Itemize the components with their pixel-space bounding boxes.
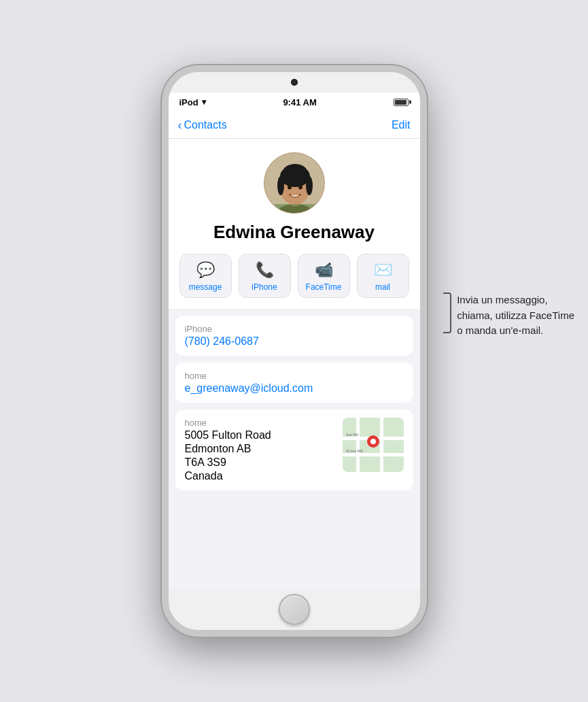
message-button[interactable]: 💬 message [179, 254, 232, 298]
svg-point-9 [298, 185, 302, 190]
status-left: iPod ▾ [179, 97, 206, 107]
device-top [169, 72, 420, 93]
address-line4: Canada [185, 470, 336, 482]
svg-text:03 Ave NW: 03 Ave NW [346, 449, 363, 453]
svg-rect-10 [264, 204, 325, 214]
phone-section[interactable]: iPhone (780) 246-0687 [175, 316, 413, 356]
device-bottom [169, 589, 420, 630]
svg-point-28 [370, 439, 376, 444]
battery-icon [394, 99, 409, 106]
facetime-icon: 📹 [315, 261, 333, 279]
mail-label: mail [375, 282, 390, 292]
camera [291, 79, 298, 86]
wifi-icon: ▾ [202, 97, 206, 107]
svg-point-6 [277, 176, 284, 195]
mail-icon: ✉️ [374, 261, 392, 279]
svg-point-8 [288, 185, 292, 190]
content-area: Edwina Greenaway 💬 message 📞 iPhone 📹 [169, 139, 420, 589]
phone-value[interactable]: (780) 246-0687 [185, 335, 404, 348]
contact-name: Edwina Greenaway [213, 222, 375, 243]
annotation-text: Invia un messaggio,chiama, utilizza Face… [457, 292, 574, 339]
action-row: 💬 message 📞 iPhone 📹 FaceTime ✉️ [179, 254, 409, 298]
carrier-label: iPod [179, 97, 198, 107]
iphone-button[interactable]: 📞 iPhone [239, 254, 291, 298]
status-time: 9:41 AM [283, 97, 316, 107]
svg-rect-13 [343, 453, 404, 456]
home-button[interactable] [279, 594, 310, 625]
address-section[interactable]: home 5005 Fulton Road Edmonton AB T6A 3S… [175, 410, 413, 490]
phone-label: iPhone [185, 324, 404, 334]
annotation-bracket [443, 292, 451, 333]
svg-text:Ave NW: Ave NW [346, 433, 359, 437]
message-label: message [189, 282, 222, 292]
back-chevron-icon: ‹ [178, 119, 182, 131]
svg-rect-24 [383, 456, 404, 472]
address-line1: 5005 Fulton Road [185, 429, 336, 441]
address-text: home 5005 Fulton Road Edmonton AB T6A 3S… [185, 418, 336, 482]
svg-rect-18 [383, 418, 404, 437]
device: iPod ▾ 9:41 AM ‹ Contacts Edit [162, 65, 427, 637]
scene: iPod ▾ 9:41 AM ‹ Contacts Edit [0, 0, 588, 702]
contact-header: Edwina Greenaway 💬 message 📞 iPhone 📹 [169, 139, 420, 309]
email-section[interactable]: home e_greenaway@icloud.com [175, 363, 413, 403]
iphone-label: iPhone [252, 282, 277, 292]
message-icon: 💬 [196, 261, 215, 279]
email-value[interactable]: e_greenaway@icloud.com [185, 382, 404, 395]
svg-rect-22 [343, 456, 356, 472]
facetime-button[interactable]: 📹 FaceTime [298, 254, 350, 298]
screen: iPod ▾ 9:41 AM ‹ Contacts Edit [169, 93, 420, 589]
back-button[interactable]: ‹ Contacts [178, 119, 227, 131]
mail-button[interactable]: ✉️ mail [357, 254, 409, 298]
map-thumbnail[interactable]: Ave NW 03 Ave NW [343, 418, 404, 472]
avatar [264, 152, 325, 214]
edit-button[interactable]: Edit [392, 119, 411, 131]
svg-rect-21 [383, 440, 404, 453]
email-label: home [185, 371, 404, 381]
status-bar: iPod ▾ 9:41 AM [169, 93, 420, 112]
facetime-label: FaceTime [306, 282, 342, 292]
phone-icon: 📞 [256, 261, 274, 279]
svg-rect-17 [360, 418, 380, 437]
svg-point-5 [283, 164, 307, 180]
svg-rect-23 [360, 456, 380, 472]
address-line3: T6A 3S9 [185, 456, 336, 469]
back-label: Contacts [184, 119, 227, 131]
address-line2: Edmonton AB [185, 443, 336, 455]
svg-rect-14 [356, 418, 360, 472]
address-label: home [185, 418, 336, 428]
svg-rect-15 [380, 418, 383, 472]
nav-bar: ‹ Contacts Edit [169, 112, 420, 139]
svg-point-7 [306, 176, 313, 195]
annotation: Invia un messaggio,chiama, utilizza Face… [443, 292, 574, 339]
status-right [394, 99, 409, 106]
